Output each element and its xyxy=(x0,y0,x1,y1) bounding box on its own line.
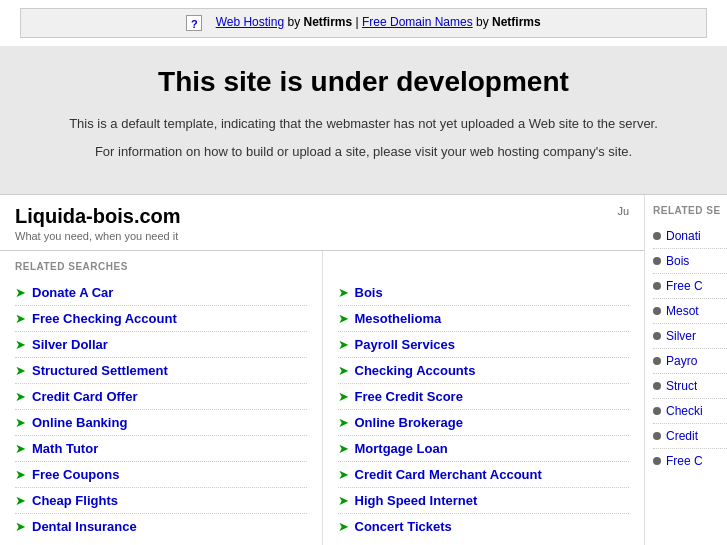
far-right-link-3[interactable]: Mesot xyxy=(666,304,699,318)
search-link-credit-card-offer[interactable]: Credit Card Offer xyxy=(32,389,137,404)
search-link-checking-accounts[interactable]: Checking Accounts xyxy=(355,363,476,378)
list-item: Mesot xyxy=(653,299,727,324)
col-header-far-right: RELATED SE xyxy=(653,205,727,216)
arrow-icon: ➤ xyxy=(338,363,349,378)
search-link-donate-a-car[interactable]: Donate A Car xyxy=(32,285,113,300)
list-item: ➤ Free Checking Account xyxy=(15,306,307,332)
list-item: Free C xyxy=(653,449,727,473)
search-link-math-tutor[interactable]: Math Tutor xyxy=(32,441,98,456)
arrow-icon: ➤ xyxy=(15,493,26,508)
list-item: Bois xyxy=(653,249,727,274)
far-right-link-8[interactable]: Credit xyxy=(666,429,698,443)
far-right-link-0[interactable]: Donati xyxy=(666,229,701,243)
search-link-silver-dollar[interactable]: Silver Dollar xyxy=(32,337,108,352)
arrow-icon: ➤ xyxy=(15,337,26,352)
web-hosting-link[interactable]: Web Hosting xyxy=(216,15,284,29)
bullet-icon xyxy=(653,357,661,365)
far-right-link-2[interactable]: Free C xyxy=(666,279,703,293)
col-header-left: RELATED SEARCHES xyxy=(15,261,307,272)
bullet-icon xyxy=(653,232,661,240)
list-item: Payro xyxy=(653,349,727,374)
far-right-link-4[interactable]: Silver xyxy=(666,329,696,343)
list-item: ➤ Online Banking xyxy=(15,410,307,436)
search-link-online-banking[interactable]: Online Banking xyxy=(32,415,127,430)
bullet-icon xyxy=(653,257,661,265)
far-right-link-6[interactable]: Struct xyxy=(666,379,697,393)
list-item: Credit xyxy=(653,424,727,449)
site-tagline: What you need, when you need it xyxy=(15,230,181,242)
bullet-icon xyxy=(653,432,661,440)
search-link-payroll-services[interactable]: Payroll Services xyxy=(355,337,455,352)
search-link-mortgage-loan[interactable]: Mortgage Loan xyxy=(355,441,448,456)
search-link-bois[interactable]: Bois xyxy=(355,285,383,300)
list-item: ➤ Cheap Flights xyxy=(15,488,307,514)
search-link-dental-insurance[interactable]: Dental Insurance xyxy=(32,519,137,534)
list-item: Struct xyxy=(653,374,727,399)
list-item: ➤ Online Brokerage xyxy=(338,410,630,436)
far-right-link-5[interactable]: Payro xyxy=(666,354,697,368)
bullet-icon xyxy=(653,382,661,390)
arrow-icon: ➤ xyxy=(338,519,349,534)
search-link-high-speed-internet[interactable]: High Speed Internet xyxy=(355,493,478,508)
list-item: ➤ Payroll Services xyxy=(338,332,630,358)
para-2: For information on how to build or uploa… xyxy=(40,142,687,162)
search-link-online-brokerage[interactable]: Online Brokerage xyxy=(355,415,463,430)
bullet-icon xyxy=(653,332,661,340)
site-header: Liquida-bois.com What you need, when you… xyxy=(0,195,644,251)
date-area: Ju xyxy=(617,205,629,217)
list-item: ➤ Silver Dollar xyxy=(15,332,307,358)
search-col-left: RELATED SEARCHES ➤ Donate A Car ➤ Free C… xyxy=(0,251,322,545)
main-content: Liquida-bois.com What you need, when you… xyxy=(0,194,727,545)
list-item: ➤ Checking Accounts xyxy=(338,358,630,384)
search-link-concert-tickets[interactable]: Concert Tickets xyxy=(355,519,452,534)
list-item: ➤ High Speed Internet xyxy=(338,488,630,514)
bullet-icon xyxy=(653,307,661,315)
arrow-icon: ➤ xyxy=(338,337,349,352)
search-col-right: ➤ Bois ➤ Mesothelioma ➤ Payroll Services… xyxy=(322,251,645,545)
list-item: ➤ Concert Tickets xyxy=(338,514,630,539)
list-item: ➤ Donate A Car xyxy=(15,280,307,306)
arrow-icon: ➤ xyxy=(338,285,349,300)
list-item: Checki xyxy=(653,399,727,424)
free-domain-link[interactable]: Free Domain Names xyxy=(362,15,473,29)
arrow-icon: ➤ xyxy=(15,363,26,378)
list-item: ➤ Credit Card Merchant Account xyxy=(338,462,630,488)
arrow-icon: ➤ xyxy=(15,285,26,300)
question-icon: ? xyxy=(186,15,202,31)
list-item: ➤ Math Tutor xyxy=(15,436,307,462)
far-right-link-9[interactable]: Free C xyxy=(666,454,703,468)
site-title: Liquida-bois.com xyxy=(15,205,181,228)
site-info: Liquida-bois.com What you need, when you… xyxy=(15,205,181,242)
search-link-credit-card-merchant[interactable]: Credit Card Merchant Account xyxy=(355,467,542,482)
search-link-free-credit-score[interactable]: Free Credit Score xyxy=(355,389,463,404)
arrow-icon: ➤ xyxy=(15,441,26,456)
netfirms-label-1: Netfirms xyxy=(303,15,352,29)
page-heading: This site is under development xyxy=(40,66,687,98)
list-item: ➤ Dental Insurance xyxy=(15,514,307,539)
far-right-link-7[interactable]: Checki xyxy=(666,404,703,418)
search-link-free-checking-account[interactable]: Free Checking Account xyxy=(32,311,177,326)
list-item: ➤ Mortgage Loan xyxy=(338,436,630,462)
left-panel: Liquida-bois.com What you need, when you… xyxy=(0,195,645,545)
list-item: ➤ Free Credit Score xyxy=(338,384,630,410)
list-item: Silver xyxy=(653,324,727,349)
search-link-structured-settlement[interactable]: Structured Settlement xyxy=(32,363,168,378)
arrow-icon: ➤ xyxy=(338,493,349,508)
under-development-section: This site is under development This is a… xyxy=(0,46,727,194)
search-link-free-coupons[interactable]: Free Coupons xyxy=(32,467,119,482)
arrow-icon: ➤ xyxy=(338,389,349,404)
list-item: ➤ Free Coupons xyxy=(15,462,307,488)
arrow-icon: ➤ xyxy=(15,311,26,326)
right-panel: RELATED SE Donati Bois Free C Mesot Silv… xyxy=(645,195,727,545)
bullet-icon xyxy=(653,457,661,465)
list-item: ➤ Mesothelioma xyxy=(338,306,630,332)
netfirms-label-2: Netfirms xyxy=(492,15,541,29)
arrow-icon: ➤ xyxy=(338,311,349,326)
search-link-mesothelioma[interactable]: Mesothelioma xyxy=(355,311,442,326)
arrow-icon: ➤ xyxy=(15,467,26,482)
search-link-cheap-flights[interactable]: Cheap Flights xyxy=(32,493,118,508)
bullet-icon xyxy=(653,407,661,415)
list-item: ➤ Credit Card Offer xyxy=(15,384,307,410)
far-right-link-1[interactable]: Bois xyxy=(666,254,689,268)
arrow-icon: ➤ xyxy=(338,415,349,430)
